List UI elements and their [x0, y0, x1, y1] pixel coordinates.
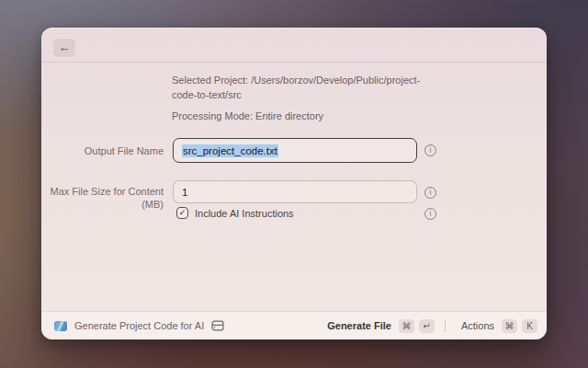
include-ai-info-icon[interactable]: i	[424, 208, 436, 220]
action-bar: Generate Project Code for AI Generate Fi…	[41, 311, 547, 339]
processing-mode-text: Processing Mode: Entire directory	[172, 109, 447, 123]
output-file-info-icon[interactable]: i	[424, 144, 436, 156]
footer-actions: Generate File ⌘ ↵ Actions ⌘ K	[327, 319, 537, 333]
actions-button[interactable]: Actions	[461, 320, 494, 331]
max-file-size-input[interactable]: 1	[173, 180, 417, 203]
output-file-input[interactable]: src_project_code.txt	[173, 138, 417, 163]
keycap-command-icon: ⌘	[399, 319, 414, 333]
generate-file-button[interactable]: Generate File	[327, 320, 391, 331]
back-button[interactable]: ←	[53, 39, 75, 57]
footer-separator	[445, 320, 446, 331]
selected-project-text: Selected Project: /Users/borzov/Develop/…	[172, 73, 435, 102]
keycap-k-icon: K	[522, 319, 537, 333]
keycap-command-2-icon: ⌘	[502, 319, 517, 333]
app-icon	[54, 321, 67, 331]
include-ai-checkbox-row[interactable]: ✓ Include AI Instructions	[176, 207, 294, 219]
output-file-selected-text: src_project_code.txt	[182, 144, 278, 157]
back-arrow-icon: ←	[59, 40, 71, 54]
max-file-size-info-icon[interactable]: i	[424, 187, 436, 199]
command-title: Generate Project Code for AI	[74, 320, 204, 331]
window-header: ←	[41, 28, 547, 63]
keycap-return-icon: ↵	[419, 319, 435, 333]
drive-icon	[211, 320, 224, 331]
include-ai-label: Include AI Instructions	[195, 208, 294, 219]
max-file-size-value: 1	[182, 187, 187, 198]
checkbox-checked-icon[interactable]: ✓	[176, 207, 188, 219]
output-file-label: Output File Name	[41, 144, 164, 157]
max-file-size-label: Max File Size for Content (MB)	[41, 185, 164, 211]
form-window: ← Selected Project: /Users/borzov/Develo…	[41, 28, 547, 339]
